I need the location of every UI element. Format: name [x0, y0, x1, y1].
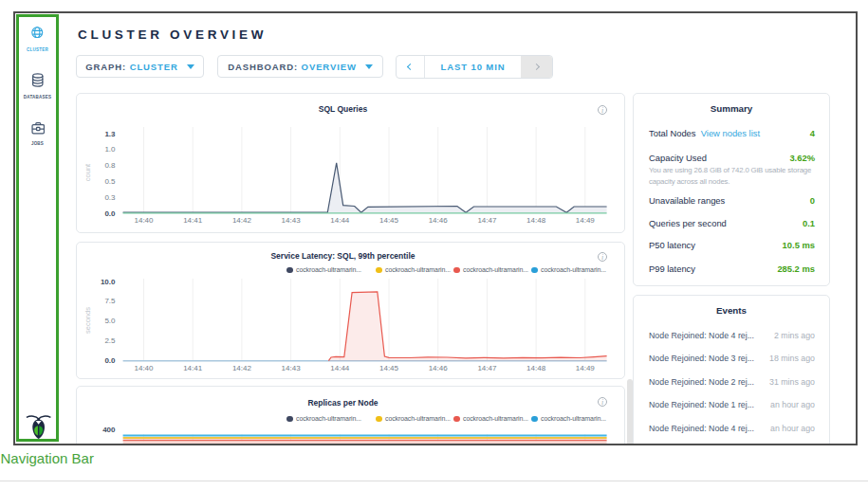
svg-text:count: count [83, 163, 92, 181]
svg-text:14:44: 14:44 [330, 216, 350, 225]
svg-text:14:47: 14:47 [477, 216, 497, 225]
svg-text:14:45: 14:45 [379, 364, 399, 372]
svg-text:14:41: 14:41 [183, 216, 203, 225]
svg-text:14:48: 14:48 [526, 216, 546, 225]
svg-text:14:40: 14:40 [134, 364, 154, 372]
svg-text:1.0: 1.0 [104, 145, 116, 154]
svg-text:0.5: 0.5 [104, 177, 116, 186]
svg-text:1.3: 1.3 [104, 130, 116, 138]
svg-text:0.0: 0.0 [104, 356, 116, 365]
svg-text:5.0: 5.0 [104, 317, 116, 325]
svg-text:0.8: 0.8 [104, 161, 116, 170]
svg-text:14:43: 14:43 [282, 216, 302, 225]
svg-text:14:49: 14:49 [576, 216, 596, 225]
svg-text:0.3: 0.3 [104, 193, 116, 202]
svg-text:14:49: 14:49 [576, 364, 596, 372]
svg-text:14:42: 14:42 [232, 216, 252, 225]
svg-text:14:46: 14:46 [429, 364, 449, 372]
svg-text:14:43: 14:43 [282, 364, 302, 372]
svg-text:14:46: 14:46 [429, 216, 449, 225]
svg-text:14:42: 14:42 [232, 364, 252, 372]
svg-text:7.5: 7.5 [104, 297, 116, 305]
svg-text:14:47: 14:47 [477, 364, 497, 372]
svg-text:14:45: 14:45 [379, 216, 399, 225]
svg-text:2.5: 2.5 [104, 336, 116, 345]
svg-text:14:41: 14:41 [183, 364, 203, 372]
svg-text:0.0: 0.0 [104, 209, 116, 218]
svg-text:14:40: 14:40 [134, 216, 154, 225]
svg-text:10.0: 10.0 [101, 278, 116, 286]
svg-text:14:48: 14:48 [526, 364, 546, 372]
svg-text:seconds: seconds [83, 307, 92, 334]
svg-text:400: 400 [102, 426, 116, 434]
svg-text:14:44: 14:44 [330, 364, 350, 372]
